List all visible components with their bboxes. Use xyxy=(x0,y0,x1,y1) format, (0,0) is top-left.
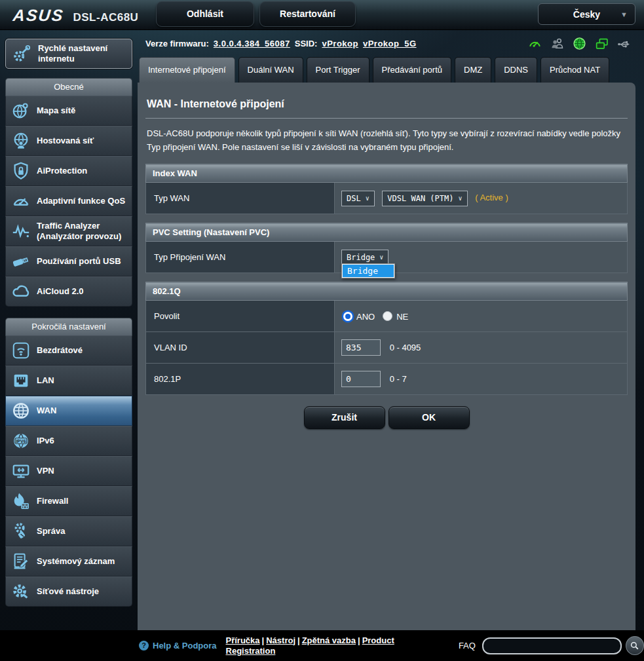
sidebar-item-aiprotection[interactable]: AiProtection xyxy=(5,156,132,186)
wan-type-select[interactable]: DSL ∨ xyxy=(341,191,375,206)
radio-enable-no[interactable] xyxy=(383,311,392,321)
sidebar-item-label: Systémový záznam xyxy=(37,556,115,567)
sidebar-item-aicloud[interactable]: AiCloud 2.0 xyxy=(5,276,132,307)
tab-ddns[interactable]: DDNS xyxy=(495,57,537,83)
info-bar: Verze firmwaru: 3.0.0.4.384_56087 SSID: … xyxy=(138,30,644,56)
sidebar-item-network-map[interactable]: Mapa sítě xyxy=(5,96,132,126)
sidebar-item-lan[interactable]: LAN xyxy=(5,366,132,396)
wan-connection-type-dropdown: Bridge xyxy=(341,263,395,278)
chevron-down-icon: ∨ xyxy=(366,195,369,202)
pvc-setting-table: PVC Setting (Nastavení PVC) Typ Připojen… xyxy=(145,223,628,273)
sidebar-item-wireless[interactable]: Bezdrátové xyxy=(5,335,132,366)
language-selector[interactable]: Česky ▼ xyxy=(538,3,635,25)
section-header-index-wan: Index WAN xyxy=(146,164,628,183)
title-divider xyxy=(145,118,628,119)
table-row: Typ WAN DSL ∨ VDSL WAN (PTM) ∨ ( Active … xyxy=(146,183,628,214)
sidebar-item-ipv6[interactable]: IPV6 IPv6 xyxy=(5,426,132,456)
firmware-version-link[interactable]: 3.0.0.4.384_56087 xyxy=(214,39,290,48)
radio-enable-yes[interactable] xyxy=(343,312,352,321)
ssid-link-5g[interactable]: vProkop_5G xyxy=(363,39,417,48)
faq-search-button[interactable] xyxy=(626,636,644,655)
admin-gear-icon xyxy=(10,520,32,542)
media-bridge-status-icon[interactable] xyxy=(595,37,609,50)
wan-connection-type-select[interactable]: Bridge ∨ xyxy=(341,250,388,265)
sidebar-item-system-log[interactable]: Systémový záznam xyxy=(5,546,132,576)
sidebar-item-wan[interactable]: WAN xyxy=(5,396,132,426)
main-area: Verze firmwaru: 3.0.0.4.384_56087 SSID: … xyxy=(138,30,644,630)
sidebar-item-administration[interactable]: Správa xyxy=(5,516,132,546)
internet-status-icon[interactable] xyxy=(573,37,586,50)
chevron-down-icon: ∨ xyxy=(459,195,463,202)
wireless-icon xyxy=(10,339,32,362)
ok-button[interactable]: OK xyxy=(388,406,470,429)
wan-type-select-value: DSL xyxy=(347,194,361,203)
tab-dual-wan[interactable]: Duální WAN xyxy=(238,57,303,83)
sidebar-item-guest-network[interactable]: Hostovaná síť xyxy=(5,126,132,156)
utility-link[interactable]: Nástroj xyxy=(266,635,295,645)
tab-dmz[interactable]: DMZ xyxy=(455,57,491,83)
language-label: Česky xyxy=(573,9,600,20)
qos-status-icon[interactable] xyxy=(528,37,542,50)
manual-link[interactable]: Příručka xyxy=(226,635,260,645)
sidebar-group-advanced: Pokročilá nastavení Bezdrátové LAN xyxy=(5,318,132,607)
8021p-input[interactable] xyxy=(341,371,381,387)
dot1q-table: 802.1Q Povolit ANONE VLAN ID 0 - 4095 xyxy=(145,282,628,395)
connection-type-row-label: Typ Připojení WAN xyxy=(146,242,335,273)
wan-mode-select[interactable]: VDSL WAN (PTM) ∨ xyxy=(382,191,467,206)
sidebar: Rychlé nastavení internetu Obecné Mapa s… xyxy=(0,30,138,630)
sidebar-item-label: LAN xyxy=(37,375,54,386)
faq-search-input[interactable] xyxy=(482,637,622,654)
wan-mode-select-value: VDSL WAN (PTM) xyxy=(387,194,453,203)
radio-no-label: NE xyxy=(396,312,408,322)
sidebar-item-traffic-analyzer[interactable]: Traffic Analyzer (Analyzátor provozu) xyxy=(5,216,132,246)
body-row: Rychlé nastavení internetu Obecné Mapa s… xyxy=(0,30,644,630)
enable-row-value: ANONE xyxy=(335,301,628,332)
help-label: Help & Podpora xyxy=(153,641,217,651)
sidebar-item-usb-application[interactable]: Používání portů USB xyxy=(5,246,132,276)
page-title: WAN - Internetové připojení xyxy=(147,98,626,110)
ssid-link-24g[interactable]: vProkop xyxy=(322,39,358,48)
logout-button[interactable]: Odhlásit xyxy=(156,1,254,27)
top-banner: ASUS DSL-AC68U Odhlásit Restartování Čes… xyxy=(0,0,644,30)
cancel-button[interactable]: Zrušit xyxy=(304,406,385,429)
link-separator: | xyxy=(297,635,300,645)
sidebar-section-general: Obecné xyxy=(5,78,132,96)
tab-port-forwarding[interactable]: Předávání portů xyxy=(373,57,452,83)
sidebar-item-quick-internet-setup[interactable]: Rychlé nastavení internetu xyxy=(5,39,132,69)
traffic-waveform-icon xyxy=(10,220,32,242)
sidebar-item-firewall[interactable]: Firewall xyxy=(5,486,132,516)
usb-status-icon[interactable] xyxy=(617,37,631,50)
page-description: DSL-AC68U podporuje několik typů připoje… xyxy=(147,126,626,154)
asus-logo[interactable]: ASUS DSL-AC68U xyxy=(13,6,138,25)
clients-status-icon[interactable] xyxy=(550,37,564,50)
8021p-row-value: 0 - 7 xyxy=(335,364,628,395)
link-separator: | xyxy=(262,635,265,645)
help-support-link[interactable]: ? Help & Podpora xyxy=(139,641,217,651)
sidebar-item-label: Používání portů USB xyxy=(37,256,121,267)
sidebar-item-label: Správa xyxy=(37,526,65,537)
sidebar-item-label: Firewall xyxy=(37,496,68,506)
brand-text: ASUS xyxy=(12,6,65,25)
ipv6-icon: IPV6 xyxy=(10,430,32,452)
vlan-id-input[interactable] xyxy=(341,339,381,356)
wan-type-row-label: Typ WAN xyxy=(146,183,335,214)
system-log-icon xyxy=(10,550,32,573)
search-icon xyxy=(630,641,639,651)
table-row: VLAN ID 0 - 4095 xyxy=(146,332,628,364)
wan-connection-type-value: Bridge xyxy=(347,253,375,262)
dropdown-option-bridge[interactable]: Bridge xyxy=(343,265,394,277)
tab-internet-connection[interactable]: Internetové připojení xyxy=(139,57,235,83)
feedback-link[interactable]: Zpětná vazba xyxy=(302,635,356,645)
sidebar-item-label: AiCloud 2.0 xyxy=(37,286,84,297)
help-icon: ? xyxy=(139,641,149,651)
usb-drive-icon xyxy=(10,250,32,273)
svg-text:IPV6: IPV6 xyxy=(16,439,26,444)
sidebar-item-vpn[interactable]: VPN xyxy=(5,456,132,486)
sidebar-item-adaptive-qos[interactable]: Adaptivní funkce QoS xyxy=(5,186,132,216)
sidebar-item-network-tools[interactable]: Síťové nástroje xyxy=(5,576,132,607)
reboot-button[interactable]: Restartování xyxy=(259,1,356,27)
tab-nat-passthrough[interactable]: Průchod NAT xyxy=(540,57,609,83)
guest-network-icon xyxy=(10,130,32,152)
vlan-id-range: 0 - 4095 xyxy=(390,343,421,352)
tab-port-trigger[interactable]: Port Trigger xyxy=(307,57,369,83)
